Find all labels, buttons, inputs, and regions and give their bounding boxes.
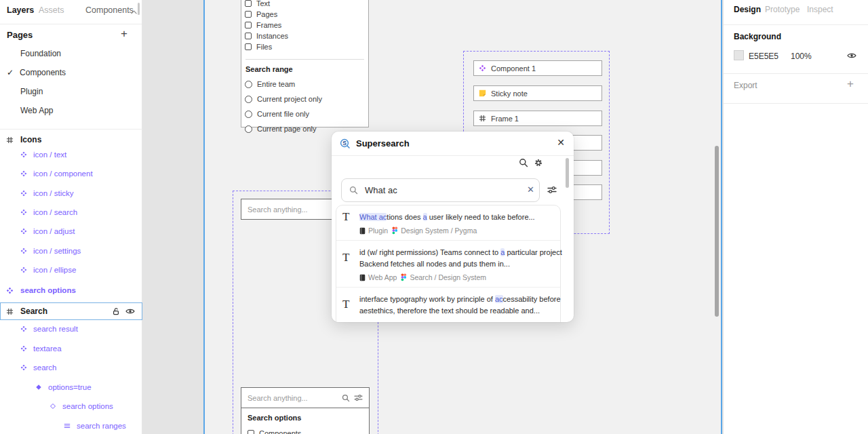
canvas-row-component-1[interactable]: Component 1 <box>473 60 602 76</box>
canvas-radio-row[interactable]: Entire team <box>245 79 368 90</box>
radio-button[interactable] <box>245 111 252 118</box>
canvas-radio-row[interactable]: Current file only <box>245 108 368 119</box>
radio-button[interactable] <box>245 125 252 133</box>
canvas-checkbox-row[interactable]: Files <box>245 41 368 52</box>
tab-assets[interactable]: Assets <box>39 5 64 15</box>
layer-search[interactable]: search <box>0 361 142 374</box>
background-opacity-value[interactable]: 100% <box>791 52 812 61</box>
tab-prototype[interactable]: Prototype <box>765 5 800 14</box>
background-color-swatch[interactable] <box>734 50 744 60</box>
layer-search-result[interactable]: search result <box>0 322 142 336</box>
sidebar-page-web-app[interactable]: Web App <box>0 104 142 117</box>
add-page-button[interactable]: + <box>121 27 127 41</box>
pages-title: Pages <box>7 30 33 40</box>
figma-app-window: Text Pages Frames Instances Files Search… <box>0 0 868 434</box>
eye-icon[interactable] <box>847 52 856 59</box>
checkbox[interactable] <box>248 430 254 434</box>
add-export-button[interactable]: + <box>847 77 854 91</box>
page-label: Plugin <box>20 87 43 96</box>
search-result-item[interactable]: T interface typography work by principle… <box>336 288 560 322</box>
layer-textarea[interactable]: textarea <box>0 342 142 355</box>
result-text: What actions does a user likely need to … <box>359 212 571 223</box>
checkbox-label: Text <box>256 0 270 7</box>
search-result-item[interactable]: T id (w/ right permissions) Teams connec… <box>336 241 560 288</box>
sidebar-page-components[interactable]: ✓ Components <box>0 66 142 79</box>
tab-layers[interactable]: Layers <box>7 5 34 15</box>
figma-file-icon <box>392 226 398 235</box>
layer-icon-component[interactable]: icon / component <box>0 167 142 180</box>
search-result-item[interactable]: T What actions does a user likely need t… <box>336 205 560 241</box>
canvas-checkbox-row[interactable]: Pages <box>245 9 368 20</box>
sidebar-page-foundation[interactable]: Foundation <box>0 47 142 60</box>
active-page-check-icon: ✓ <box>7 68 14 77</box>
page-section-dropdown[interactable]: Components <box>85 5 134 15</box>
page-label: Web App <box>20 106 53 115</box>
figma-file-icon <box>401 273 407 281</box>
export-section-title: Export <box>734 81 757 90</box>
modal-scrollbar[interactable] <box>566 158 569 188</box>
sidebar-page-plugin[interactable]: Plugin <box>0 85 142 98</box>
canvas-row-sticky-note[interactable]: Sticky note <box>473 85 602 101</box>
frame-label: Icons <box>20 135 41 144</box>
page-label: Components <box>20 68 66 77</box>
result-meta: Web App Search / Design System <box>359 273 553 281</box>
clear-input-icon[interactable]: ✕ <box>527 184 534 195</box>
canvas-radio-row[interactable]: Current project only <box>245 94 368 104</box>
layer-icon-sticky[interactable]: icon / sticky <box>0 186 142 200</box>
sidebar-frame-icons[interactable]: Icons <box>0 133 142 146</box>
row-label: Sticky note <box>491 90 528 98</box>
radio-button[interactable] <box>245 96 252 103</box>
canvas-frame-search-options[interactable]: Text Pages Frames Instances Files Search… <box>241 0 369 127</box>
canvas-checkbox-row[interactable]: Components <box>248 428 369 434</box>
radio-button[interactable] <box>245 81 252 88</box>
supersearch-query-input[interactable] <box>341 178 540 202</box>
divider <box>245 59 364 60</box>
component-icon <box>20 228 27 235</box>
layer-search-ranges[interactable]: search ranges <box>0 419 142 433</box>
layer-label: icon / settings <box>33 247 81 255</box>
canvas-checkbox-row[interactable]: Instances <box>245 31 368 41</box>
canvas-scrollbar[interactable] <box>715 146 719 317</box>
tab-design[interactable]: Design <box>734 5 761 14</box>
canvas-row-frame-1[interactable]: Frame 1 <box>473 111 602 126</box>
checkbox[interactable] <box>245 43 252 50</box>
chevron-up-icon[interactable] <box>131 10 137 14</box>
layer-icon-adjust[interactable]: icon / adjust <box>0 224 142 238</box>
canvas-checkbox-row[interactable]: Frames <box>245 20 368 31</box>
component-icon <box>6 287 14 294</box>
checkbox[interactable] <box>245 33 252 39</box>
checkbox[interactable] <box>245 11 252 18</box>
checkbox[interactable] <box>245 22 252 28</box>
layer-search-options-component[interactable]: search options <box>0 283 142 297</box>
layer-instance-search-options[interactable]: search options <box>0 399 142 413</box>
layer-icon-ellipse[interactable]: icon / ellipse <box>0 263 142 277</box>
tab-inspect[interactable]: Inspect <box>807 5 833 14</box>
search-icon[interactable] <box>519 158 528 167</box>
close-icon[interactable]: ✕ <box>557 138 565 147</box>
layer-icon-search[interactable]: icon / search <box>0 205 142 219</box>
divider <box>724 103 868 104</box>
layer-frame-search-selected[interactable]: Search <box>0 302 142 320</box>
canvas-search-input-bottom[interactable]: Search anything... <box>241 387 370 408</box>
eye-icon[interactable] <box>125 308 135 315</box>
settings-gear-icon[interactable] <box>534 158 543 167</box>
canvas-checkbox-row[interactable]: Text <box>245 0 368 9</box>
layer-label: search options <box>20 286 76 294</box>
variant-diamond-icon <box>35 384 42 391</box>
checkbox-label: Components <box>259 429 301 434</box>
layer-label: options=true <box>48 383 92 391</box>
lock-open-icon[interactable] <box>112 307 120 315</box>
sidebar-scrollbar[interactable] <box>138 3 140 15</box>
layer-variant-options-true[interactable]: options=true <box>0 380 142 394</box>
page-icon <box>359 227 366 235</box>
supersearch-modal: Supersearch ✕ ✕ T What actions does a us… <box>332 132 574 322</box>
layer-icon-text[interactable]: icon / text <box>0 148 142 161</box>
filters-icon[interactable] <box>547 186 557 194</box>
page-label: Foundation <box>20 49 61 58</box>
layer-icon-settings[interactable]: icon / settings <box>0 244 142 258</box>
pages-header: Pages + <box>0 28 142 41</box>
component-icon <box>20 170 27 177</box>
background-hex-value[interactable]: E5E5E5 <box>749 52 778 61</box>
result-text-segment: user likely need to take before... <box>427 213 535 221</box>
checkbox[interactable] <box>245 0 252 7</box>
